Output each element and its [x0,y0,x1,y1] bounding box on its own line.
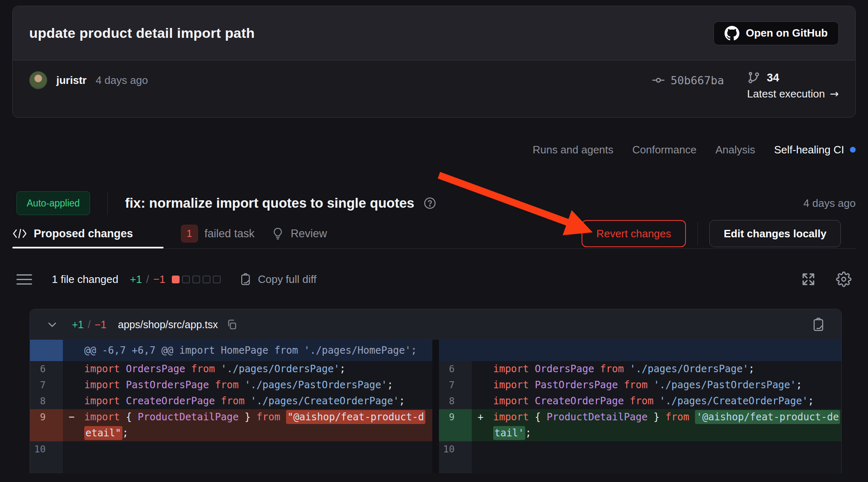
code-icon [12,228,27,239]
line-number: 6 [30,361,63,377]
help-icon[interactable] [423,197,436,210]
diff-toolbar: 1 file changed +1 / −1 Copy full diff [16,268,852,291]
diff-pane-after: 6import OrdersPage from './pages/OrdersP… [439,340,841,473]
diff-toolbar-right [801,271,852,287]
failed-count-badge: 1 [181,225,198,243]
line-number: 9 [30,409,63,425]
open-on-github-button[interactable]: Open on GitHub [713,21,839,45]
diff-line: 6import OrdersPage from './pages/OrdersP… [439,361,841,377]
copy-path-icon[interactable] [226,319,238,330]
file-deletions-count: −1 [95,319,106,331]
execution-count: 34 [767,72,779,84]
line-number: 8 [439,393,472,409]
code-text: import CreateOrderPage from './pages/Cre… [472,393,841,409]
diff-line: 8import CreateOrderPage from './pages/Cr… [30,393,432,409]
diff-line [30,457,432,473]
diff-line [439,457,841,473]
diff-block [203,276,210,283]
line-number: 8 [30,393,63,409]
code-text: tail'; [472,425,841,441]
code-text: −import { ProductDetailPage } from "@ais… [63,409,432,425]
nav-conformance[interactable]: Conformance [633,144,697,156]
code-text: +import { ProductDetailPage } from '@ais… [472,409,841,425]
nav-runs-and-agents[interactable]: Runs and agents [533,144,614,156]
diff-line: 8import CreateOrderPage from './pages/Cr… [439,393,841,409]
additions-count: +1 [130,273,142,286]
commit-when: 4 days ago [96,74,148,87]
diff-line: 9−import { ProductDetailPage } from "@ai… [30,409,432,425]
tab-review[interactable]: Review [272,219,327,248]
file-stats-separator: / [88,319,91,331]
edit-changes-locally-button[interactable]: Edit changes locally [709,220,841,247]
stats-separator: / [146,273,149,286]
fix-title: fix: normalize import quotes to single q… [125,195,414,211]
revert-changes-button[interactable]: Revert changes [582,220,686,247]
line-number [30,457,63,473]
arrow-right-icon: → [830,88,839,100]
chevron-down-icon[interactable] [46,318,59,331]
git-commit-icon [652,74,665,87]
diff-blocks [172,276,221,283]
avatar [29,71,47,89]
file-additions-count: +1 [72,319,84,331]
line-number: 9 [439,409,472,425]
code-text: etail"; [63,425,432,441]
page-title: update product detail import path [29,25,255,41]
copy-full-diff-button[interactable]: Copy full diff [240,273,316,286]
diff-block [182,276,190,283]
file-list-menu-icon[interactable] [16,274,32,285]
diff-line: 6import OrdersPage from './pages/OrdersP… [30,361,432,377]
line-number: 6 [439,361,472,377]
hunk-header-row: @@ -6,7 +6,7 @@ import HomePage from './… [30,340,432,361]
diff-line: 7import PastOrdersPage from './pages/Pas… [439,377,841,393]
diff-pane-before: @@ -6,7 +6,7 @@ import HomePage from './… [30,340,432,473]
diff-stats: +1 / −1 [130,273,166,286]
copy-full-diff-label: Copy full diff [258,273,316,286]
nav-self-healing-ci[interactable]: Self-healing CI [774,144,856,156]
tab-failed-task-label: failed task [205,227,255,240]
diff-line: tail'; [439,425,841,441]
diff-line: 7import PastOrdersPage from './pages/Pas… [30,377,432,393]
diff-block [213,276,221,283]
tab-proposed-changes-label: Proposed changes [34,227,133,240]
diff-line: 9+import { ProductDetailPage } from '@ai… [439,409,841,425]
commit-hash[interactable]: 50b667ba [652,74,724,87]
code-text [63,457,432,473]
diff-split-view: @@ -6,7 +6,7 @@ import HomePage from './… [30,340,841,473]
nav-analysis[interactable]: Analysis [716,144,755,156]
diff-block [192,276,200,283]
tab-failed-task[interactable]: 1 failed task [181,219,255,248]
diff-lines-before: 6import OrdersPage from './pages/OrdersP… [30,361,432,473]
expand-icon[interactable] [801,271,816,287]
notification-dot [850,147,856,153]
github-icon [725,26,739,41]
divider [107,191,108,215]
latest-execution-label: Latest execution [747,88,825,100]
commit-meta-right: 50b667ba 34 Latest execution → [652,71,839,100]
author-row: juristr 4 days ago [29,71,148,89]
copy-file-diff-icon[interactable] [812,317,826,332]
nav-self-healing-ci-label: Self-healing CI [774,144,844,156]
hunk-gutter [30,340,63,361]
commit-card-meta: juristr 4 days ago 50b667ba 34 [13,60,855,117]
diff-line: 10 [30,441,432,457]
latest-execution-link[interactable]: Latest execution → [747,88,839,100]
tabs-row: Proposed changes 1 failed task Review Re… [12,219,841,248]
tab-proposed-changes[interactable]: Proposed changes [12,219,164,248]
diff-line: 10 [439,441,841,457]
code-text: import OrdersPage from './pages/OrdersPa… [63,361,432,377]
code-text [63,441,432,457]
gear-icon[interactable] [836,271,852,287]
execution-count-row: 34 [747,71,779,84]
line-number: 7 [439,377,472,393]
file-diff-stats: +1 / −1 [72,319,106,331]
author-name: juristr [56,74,87,87]
hunk-header-row-right [439,340,841,361]
deletions-count: −1 [153,273,166,286]
execution-group: 34 Latest execution → [747,71,839,100]
tabs-border [12,248,856,249]
diff-file-card: +1 / −1 apps/shop/src/app.tsx @@ -6,7 +6… [30,309,842,473]
line-number [439,425,472,441]
file-path: apps/shop/src/app.tsx [118,319,218,331]
diff-toolbar-left: 1 file changed +1 / −1 Copy full diff [16,273,316,286]
